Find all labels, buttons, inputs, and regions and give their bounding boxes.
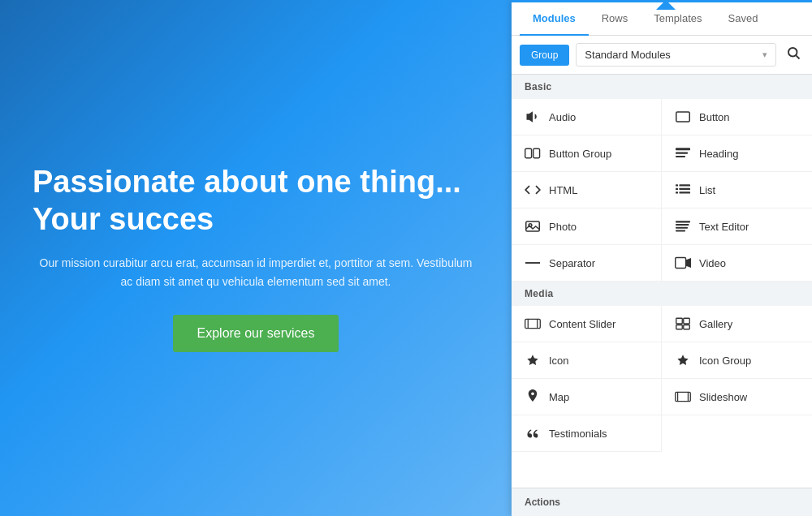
svg-rect-5 — [676, 148, 690, 150]
testimonials-icon — [525, 425, 541, 441]
module-content-slider[interactable]: Content Slider — [512, 306, 662, 342]
svg-rect-21 — [676, 258, 686, 269]
svg-rect-28 — [684, 325, 690, 329]
module-audio-label: Audio — [549, 111, 576, 123]
tab-rows[interactable]: Rows — [589, 2, 641, 36]
hero-heading: Passionate about one thing... Your succe… — [32, 164, 479, 238]
svg-rect-19 — [676, 230, 685, 232]
modules-panel: Modules Rows Templates Saved Group Stand… — [512, 0, 812, 516]
svg-point-0 — [788, 48, 797, 57]
svg-rect-25 — [676, 318, 683, 324]
module-slideshow-label: Slideshow — [699, 391, 747, 403]
module-html[interactable]: HTML — [512, 172, 662, 209]
module-gallery[interactable]: Gallery — [662, 306, 812, 342]
tab-templates[interactable]: Templates — [641, 2, 715, 36]
separator-icon — [525, 255, 541, 271]
content-slider-icon — [525, 316, 541, 332]
heading-icon — [675, 145, 691, 161]
svg-rect-12 — [676, 191, 678, 193]
svg-rect-26 — [684, 318, 690, 324]
module-testimonials[interactable]: Testimonials — [512, 415, 662, 452]
module-button-group-label: Button Group — [549, 148, 611, 160]
button-group-icon — [525, 145, 541, 161]
module-text-editor-label: Text Editor — [699, 221, 749, 233]
module-button-label: Button — [699, 111, 730, 123]
chevron-down-icon: ▾ — [762, 49, 767, 60]
module-content-slider-label: Content Slider — [549, 318, 615, 330]
svg-rect-7 — [676, 156, 685, 157]
section-media-header: Media — [512, 282, 812, 306]
module-text-editor[interactable]: Text Editor — [662, 209, 812, 245]
tab-saved[interactable]: Saved — [715, 2, 771, 36]
svg-rect-17 — [676, 224, 689, 226]
svg-rect-13 — [680, 191, 691, 193]
module-type-dropdown[interactable]: Standard Modules ▾ — [576, 43, 776, 67]
svg-rect-9 — [680, 184, 691, 186]
gallery-icon — [675, 316, 691, 332]
module-button[interactable]: Button — [662, 99, 812, 135]
svg-rect-22 — [525, 319, 541, 328]
svg-rect-11 — [680, 188, 691, 190]
explore-button[interactable]: Explore our services — [173, 315, 339, 352]
svg-rect-10 — [676, 188, 678, 190]
media-modules-grid: Content Slider Gallery — [512, 306, 812, 452]
module-testimonials-label: Testimonials — [549, 428, 607, 440]
hero-section: Passionate about one thing... Your succe… — [0, 0, 512, 516]
map-icon — [525, 389, 541, 405]
module-icon-group-label: Icon Group — [699, 355, 751, 367]
module-video-label: Video — [699, 257, 726, 269]
module-heading-label: Heading — [699, 148, 738, 160]
svg-rect-4 — [533, 148, 540, 157]
video-icon — [675, 255, 691, 271]
module-heading[interactable]: Heading — [662, 135, 812, 172]
group-button[interactable]: Group — [520, 45, 569, 66]
svg-rect-27 — [676, 325, 683, 329]
svg-rect-3 — [525, 148, 532, 157]
svg-line-1 — [796, 55, 799, 58]
svg-rect-18 — [676, 227, 688, 229]
module-audio[interactable]: Audio — [512, 99, 662, 135]
svg-rect-8 — [676, 184, 678, 186]
html-icon — [525, 182, 541, 198]
toolbar-row: Group Standard Modules ▾ — [512, 36, 812, 75]
audio-icon — [525, 109, 541, 125]
photo-icon — [525, 218, 541, 234]
icon-icon — [525, 352, 541, 368]
module-video[interactable]: Video — [662, 245, 812, 282]
tab-modules[interactable]: Modules — [520, 2, 589, 36]
svg-rect-6 — [676, 153, 688, 154]
module-gallery-label: Gallery — [699, 318, 732, 330]
actions-label: Actions — [525, 497, 560, 508]
module-photo[interactable]: Photo — [512, 209, 662, 245]
slideshow-icon — [675, 389, 691, 405]
search-icon — [786, 45, 801, 60]
module-separator-label: Separator — [549, 257, 595, 269]
module-button-group[interactable]: Button Group — [512, 135, 662, 172]
icon-group-icon — [675, 352, 691, 368]
module-photo-label: Photo — [549, 221, 577, 233]
module-icon-label: Icon — [549, 355, 569, 367]
module-icon-group[interactable]: Icon Group — [662, 342, 812, 379]
list-icon — [675, 182, 691, 198]
svg-marker-30 — [677, 355, 688, 365]
basic-modules-grid: Audio Button Button G — [512, 99, 812, 282]
module-list[interactable]: List — [662, 172, 812, 209]
search-button[interactable] — [783, 42, 804, 67]
module-separator[interactable]: Separator — [512, 245, 662, 282]
svg-rect-16 — [676, 221, 690, 222]
panel-arrow — [656, 0, 676, 10]
module-html-label: HTML — [549, 184, 577, 196]
button-icon — [675, 109, 691, 125]
svg-rect-2 — [676, 112, 690, 122]
module-map[interactable]: Map — [512, 379, 662, 415]
dropdown-value: Standard Modules — [585, 49, 671, 61]
svg-marker-29 — [527, 355, 538, 365]
hero-body: Our mission curabitur arcu erat, accumsa… — [32, 254, 479, 290]
module-map-label: Map — [549, 391, 569, 403]
text-editor-icon — [675, 218, 691, 234]
module-icon[interactable]: Icon — [512, 342, 662, 379]
actions-bar: Actions — [512, 488, 812, 516]
module-slideshow[interactable]: Slideshow — [662, 379, 812, 415]
section-basic-header: Basic — [512, 75, 812, 99]
panel-body[interactable]: Basic Audio Button — [512, 75, 812, 488]
